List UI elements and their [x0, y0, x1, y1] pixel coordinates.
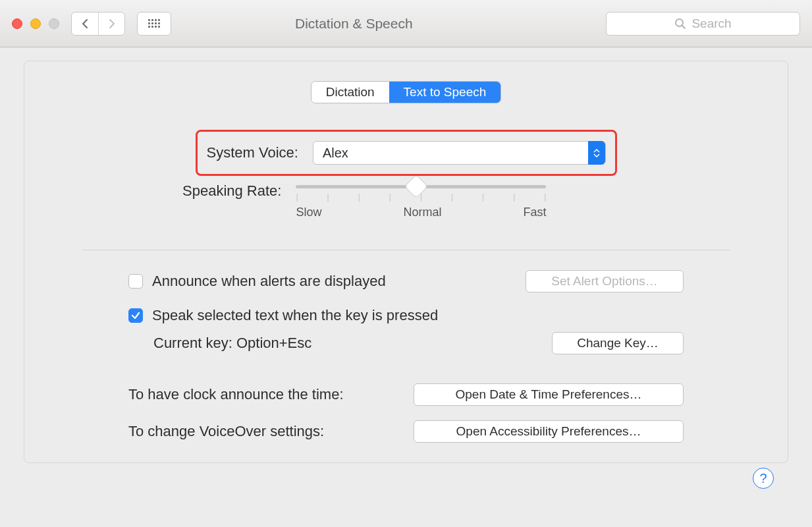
- search-icon: [674, 18, 686, 30]
- speaking-rate-label: Speaking Rate:: [182, 181, 281, 200]
- slider-label-slow: Slow: [296, 206, 321, 219]
- help-button[interactable]: ?: [753, 468, 774, 489]
- system-voice-label: System Voice:: [207, 144, 298, 161]
- grid-icon: [148, 19, 160, 28]
- tab-bar: Dictation Text to Speech: [24, 81, 788, 103]
- system-voice-row: System Voice: Alex: [196, 130, 617, 176]
- check-icon: [131, 311, 140, 320]
- speak-selected-row: Speak selected text when the key is pres…: [128, 307, 788, 324]
- voiceover-settings-label: To change VoiceOver settings:: [128, 423, 324, 440]
- speak-selected-checkbox[interactable]: [128, 308, 143, 323]
- slider-label-normal: Normal: [403, 206, 441, 219]
- open-date-time-button[interactable]: Open Date & Time Preferences…: [414, 383, 684, 406]
- chevron-left-icon: [81, 18, 89, 29]
- content-area: Dictation Text to Speech System Voice: A…: [0, 47, 812, 463]
- announce-alerts-row: Announce when alerts are displayed Set A…: [128, 270, 684, 292]
- current-key-label: Current key: Option+Esc: [153, 335, 311, 352]
- slider-labels: Slow Normal Fast: [296, 206, 546, 219]
- forward-button: [98, 13, 124, 35]
- current-key-row: Current key: Option+Esc Change Key…: [128, 332, 684, 354]
- system-voice-value: Alex: [323, 146, 348, 161]
- voiceover-settings-row: To change VoiceOver settings: Open Acces…: [128, 420, 684, 443]
- search-placeholder: Search: [691, 16, 731, 31]
- zoom-window-button: [49, 18, 59, 29]
- minimize-window-button[interactable]: [30, 18, 41, 29]
- titlebar: Dictation & Speech Search: [0, 0, 812, 47]
- clock-announce-row: To have clock announce the time: Open Da…: [128, 383, 684, 406]
- speaking-rate-row: Speaking Rate: ||||||||| Slow Normal Fas…: [182, 181, 788, 219]
- tab-segment: Dictation Text to Speech: [311, 81, 502, 103]
- search-field[interactable]: Search: [606, 12, 800, 36]
- preferences-panel: Dictation Text to Speech System Voice: A…: [24, 61, 788, 463]
- system-voice-select[interactable]: Alex: [313, 141, 606, 165]
- speak-selected-label: Speak selected text when the key is pres…: [152, 307, 438, 324]
- window-title: Dictation & Speech: [295, 16, 413, 32]
- clock-announce-label: To have clock announce the time:: [128, 386, 344, 403]
- slider-track: [296, 185, 546, 188]
- window-controls: [12, 18, 59, 29]
- announce-alerts-checkbox[interactable]: [128, 274, 143, 289]
- svg-line-1: [682, 26, 685, 28]
- separator: [82, 250, 730, 250]
- show-all-button[interactable]: [137, 12, 171, 36]
- chevron-right-icon: [108, 18, 116, 29]
- announce-alerts-label: Announce when alerts are displayed: [152, 273, 386, 290]
- set-alert-options-button: Set Alert Options…: [526, 270, 684, 292]
- slider-label-fast: Fast: [523, 206, 546, 219]
- nav-back-forward: [71, 12, 125, 36]
- select-stepper-icon: [588, 141, 605, 165]
- back-button[interactable]: [72, 13, 98, 35]
- speaking-rate-slider[interactable]: ||||||||| Slow Normal Fast: [296, 181, 546, 219]
- tab-dictation[interactable]: Dictation: [311, 82, 389, 103]
- change-key-button[interactable]: Change Key…: [552, 332, 684, 354]
- close-window-button[interactable]: [12, 18, 22, 29]
- tab-text-to-speech[interactable]: Text to Speech: [389, 82, 501, 103]
- slider-ticks: |||||||||: [296, 192, 546, 202]
- open-accessibility-button[interactable]: Open Accessibility Preferences…: [414, 420, 684, 443]
